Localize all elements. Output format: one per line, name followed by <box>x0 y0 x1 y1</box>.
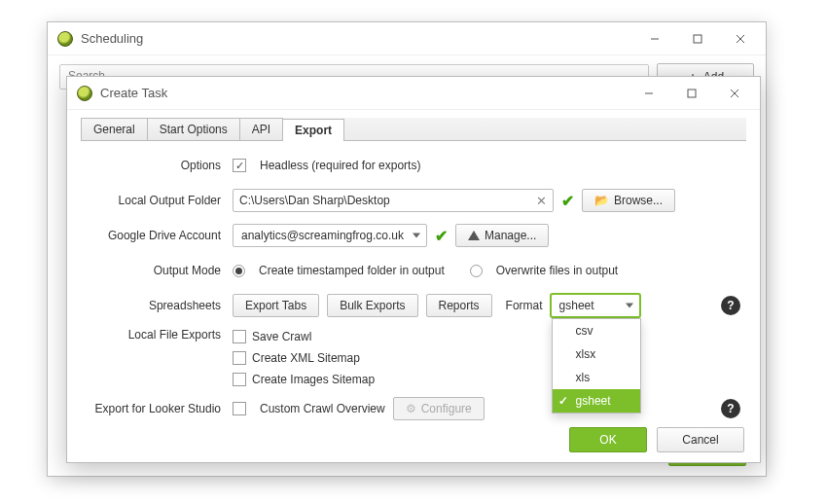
validation-tick-icon: ✔ <box>561 192 574 210</box>
save-crawl-label: Save Crawl <box>252 330 311 343</box>
validation-tick-icon: ✔ <box>435 227 448 245</box>
format-option-xlsx[interactable]: xlsx <box>553 342 640 366</box>
close-button[interactable] <box>719 24 762 54</box>
label-local-exports: Local File Exports <box>87 328 233 342</box>
maximize-button[interactable] <box>670 79 713 108</box>
label-options: Options <box>87 159 233 172</box>
gdrive-account-dropdown[interactable]: analytics@screamingfrog.co.uk <box>233 224 427 247</box>
gear-icon: ⚙ <box>406 402 416 415</box>
bulk-exports-button[interactable]: Bulk Exports <box>327 294 417 317</box>
local-output-input[interactable]: C:\Users\Dan Sharp\Desktop ✕ <box>233 189 554 212</box>
folder-icon: 📂 <box>594 194 609 207</box>
app-icon <box>77 86 92 101</box>
format-dropdown[interactable]: gsheet <box>551 294 640 317</box>
custom-overview-label: Custom Crawl Overview <box>260 402 385 415</box>
format-label: Format <box>506 299 543 312</box>
images-sitemap-checkbox[interactable] <box>233 373 246 386</box>
chevron-down-icon <box>626 304 633 308</box>
radio-overwrite[interactable] <box>470 265 483 277</box>
cancel-button[interactable]: Cancel <box>657 427 744 452</box>
radio-timestamped-label: Create timestamped folder in output <box>259 264 445 277</box>
svg-rect-1 <box>694 35 701 43</box>
reports-button[interactable]: Reports <box>426 294 492 317</box>
configure-button: ⚙ Configure <box>393 397 485 420</box>
label-spreadsheets: Spreadsheets <box>87 299 233 312</box>
create-task-dialog: Create Task General Start Options API Ex… <box>66 76 761 463</box>
tab-start-options[interactable]: Start Options <box>147 118 240 140</box>
scheduling-title: Scheduling <box>81 31 633 46</box>
label-gdrive: Google Drive Account <box>87 229 233 242</box>
label-output-mode: Output Mode <box>87 264 233 277</box>
headless-label: Headless (required for exports) <box>260 159 420 172</box>
browse-button[interactable]: 📂 Browse... <box>582 189 675 212</box>
minimize-button[interactable] <box>633 24 676 54</box>
tab-general[interactable]: General <box>81 118 148 140</box>
scheduling-titlebar: Scheduling <box>48 22 766 55</box>
gdrive-account-value: analytics@screamingfrog.co.uk <box>241 229 404 242</box>
label-looker: Export for Looker Studio <box>87 402 233 415</box>
label-local-output: Local Output Folder <box>87 194 233 207</box>
format-option-csv[interactable]: csv <box>553 319 640 342</box>
headless-checkbox[interactable] <box>233 159 246 172</box>
tab-bar: General Start Options API Export <box>81 118 746 141</box>
export-tabs-button[interactable]: Export Tabs <box>233 294 319 317</box>
radio-timestamped[interactable] <box>233 265 245 277</box>
ok-button[interactable]: OK <box>569 427 647 452</box>
format-option-gsheet[interactable]: gsheet <box>553 389 640 413</box>
custom-overview-checkbox[interactable] <box>233 402 246 415</box>
radio-overwrite-label: Overwrite files in output <box>496 264 618 277</box>
app-icon <box>57 31 73 47</box>
google-drive-icon <box>468 231 480 240</box>
close-button[interactable] <box>713 79 756 108</box>
local-output-value: C:\Users\Dan Sharp\Desktop <box>239 194 390 207</box>
svg-rect-5 <box>688 90 696 97</box>
manage-button[interactable]: Manage... <box>455 224 549 247</box>
format-option-xls[interactable]: xls <box>553 366 640 389</box>
maximize-button[interactable] <box>676 24 719 54</box>
images-sitemap-label: Create Images Sitemap <box>252 373 375 386</box>
format-value: gsheet <box>559 299 594 312</box>
chevron-down-icon <box>413 234 420 238</box>
help-button[interactable]: ? <box>721 296 740 315</box>
minimize-button[interactable] <box>628 79 670 108</box>
save-crawl-checkbox[interactable] <box>233 330 246 343</box>
tab-export[interactable]: Export <box>282 119 344 141</box>
format-dropdown-menu: csv xlsx xls gsheet <box>552 318 641 414</box>
create-task-titlebar: Create Task <box>67 77 760 110</box>
tab-api[interactable]: API <box>239 118 283 140</box>
xml-sitemap-checkbox[interactable] <box>233 351 246 365</box>
create-task-title: Create Task <box>100 86 628 100</box>
clear-icon[interactable]: ✕ <box>536 194 547 208</box>
xml-sitemap-label: Create XML Sitemap <box>252 351 360 365</box>
help-button[interactable]: ? <box>721 399 740 418</box>
